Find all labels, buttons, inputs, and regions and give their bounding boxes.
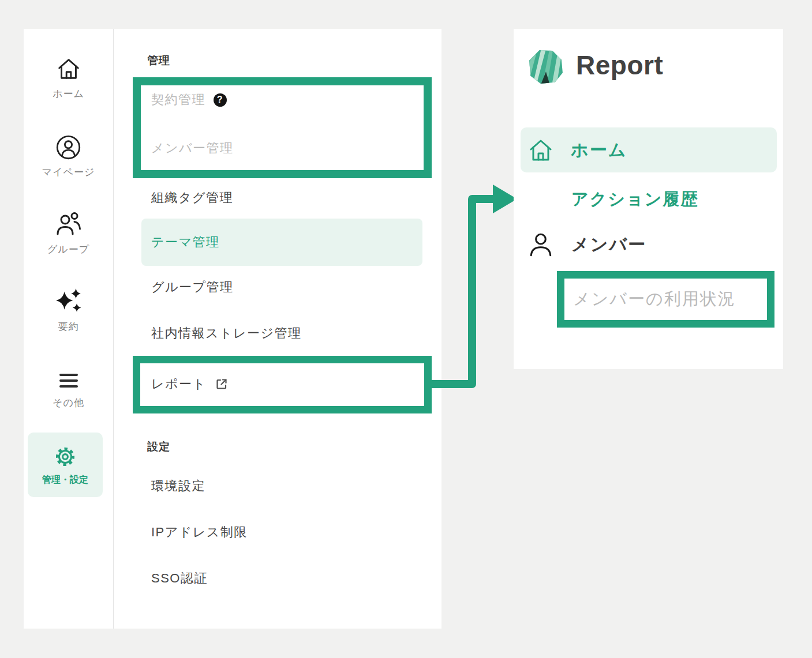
page: { "colors": { "accent_green": "#23A17D",… (0, 0, 812, 658)
menu-item-label: 契約管理 (151, 91, 205, 108)
help-icon[interactable]: ? (214, 93, 227, 107)
menu-item-env[interactable]: 環境設定 (151, 477, 205, 495)
user-icon (526, 230, 555, 260)
menu-item-storage[interactable]: 社内情報ストレージ管理 (151, 325, 302, 342)
sidebar-divider (113, 29, 114, 629)
sidebar-item-label: 管理・設定 (42, 474, 88, 486)
sidebar-item-label: ホーム (53, 87, 84, 100)
report-logo-icon (528, 48, 564, 85)
sidebar-item-summary[interactable]: 要約 (24, 286, 113, 333)
sidebar-item-home[interactable]: ホーム (24, 55, 113, 100)
menu-lines-icon (57, 370, 81, 391)
menu-item-member-admin[interactable]: メンバー管理 (151, 140, 234, 157)
users-icon (55, 210, 83, 238)
sidebar-item-label: グループ (47, 243, 89, 256)
report-title: Report (576, 50, 663, 81)
report-nav-label: メンバー (571, 233, 646, 257)
report-nav-action-history[interactable]: アクション履歴 (571, 188, 698, 211)
menu-item-org-tag[interactable]: 組織タグ管理 (151, 189, 233, 206)
sidebar-item-others[interactable]: その他 (24, 370, 113, 409)
sparkles-icon (54, 286, 83, 315)
sidebar-item-group[interactable]: グループ (24, 210, 113, 256)
menu-item-contract[interactable]: 契約管理 ? (151, 91, 227, 108)
sidebar-item-mypage[interactable]: マイページ (24, 134, 113, 179)
gear-icon (52, 443, 78, 470)
sidebar-item-label: マイページ (42, 166, 95, 179)
home-icon (55, 55, 82, 82)
report-nav-home-active[interactable]: ホーム (521, 127, 777, 172)
sidebar-item-label: 要約 (58, 320, 79, 333)
menu-item-theme-active[interactable]: テーマ管理 (141, 219, 422, 266)
report-nav-member-usage[interactable]: メンバーの利用状況 (573, 288, 736, 311)
highlight-frame-member-usage: メンバーの利用状況 (557, 271, 774, 328)
home-icon (527, 136, 555, 164)
menu-item-label: テーマ管理 (151, 234, 220, 251)
menu-item-group-admin[interactable]: グループ管理 (151, 279, 234, 296)
menu-item-label: レポート (151, 375, 207, 393)
section-header-settings: 設定 (147, 439, 170, 454)
annotation-arrow (427, 176, 525, 401)
sidebar-item-admin-settings[interactable]: 管理・設定 (28, 433, 103, 497)
external-link-icon (215, 377, 229, 391)
report-nav-label: ホーム (571, 138, 627, 162)
sidebar-item-label: その他 (53, 396, 84, 409)
report-nav-member[interactable]: メンバー (526, 230, 646, 260)
user-circle-icon (55, 134, 81, 160)
menu-item-report[interactable]: レポート (151, 375, 229, 393)
menu-item-sso[interactable]: SSO認証 (151, 570, 208, 587)
menu-item-ip[interactable]: IPアドレス制限 (151, 524, 248, 541)
section-header-admin: 管理 (147, 53, 170, 68)
